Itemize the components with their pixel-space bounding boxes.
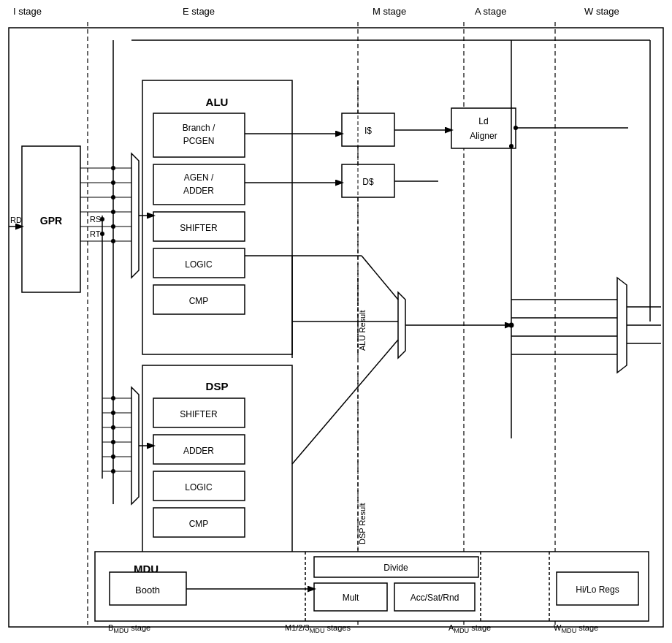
sub-stage-w: WMDU stage — [554, 623, 598, 634]
svg-text:DSP: DSP — [206, 380, 229, 392]
svg-text:I$: I$ — [364, 126, 372, 136]
svg-text:Divide: Divide — [383, 563, 408, 573]
svg-rect-16 — [153, 164, 245, 205]
svg-text:Booth: Booth — [135, 585, 160, 596]
stage-label-i: I stage — [13, 6, 42, 17]
svg-point-113 — [111, 396, 115, 400]
svg-text:ADDER: ADDER — [183, 186, 214, 196]
svg-text:Hi/Lo Regs: Hi/Lo Regs — [576, 585, 619, 595]
svg-text:ADDER: ADDER — [183, 446, 214, 456]
svg-text:PCGEN: PCGEN — [183, 136, 215, 146]
svg-text:Branch /: Branch / — [183, 123, 215, 133]
svg-marker-96 — [617, 278, 627, 373]
svg-text:LOGIC: LOGIC — [185, 259, 213, 270]
sub-stage-a: AMDU stage — [448, 623, 491, 634]
svg-point-115 — [111, 425, 115, 430]
svg-text:RT: RT — [90, 229, 101, 238]
svg-point-116 — [111, 440, 115, 444]
svg-text:AGEN /: AGEN / — [184, 172, 214, 183]
svg-text:GPR: GPR — [40, 215, 62, 227]
svg-text:Acc/Sat/Rnd: Acc/Sat/Rnd — [411, 593, 459, 603]
svg-text:ALU: ALU — [206, 96, 229, 108]
svg-text:SHIFTER: SHIFTER — [180, 223, 218, 233]
svg-rect-13 — [153, 113, 245, 157]
svg-text:SHIFTER: SHIFTER — [180, 409, 218, 419]
svg-line-90 — [362, 256, 398, 300]
svg-text:RD: RD — [10, 216, 22, 224]
svg-point-117 — [111, 454, 115, 459]
svg-marker-68 — [131, 153, 139, 278]
svg-text:Ld: Ld — [478, 116, 488, 126]
svg-point-66 — [100, 217, 104, 221]
svg-line-91 — [292, 340, 398, 464]
diagram: GPR RD RS RT ALU Branch / PCGEN AGEN / A… — [0, 0, 672, 643]
svg-marker-77 — [131, 387, 139, 504]
stage-label-e: E stage — [183, 6, 215, 17]
svg-text:CMP: CMP — [189, 296, 209, 306]
svg-text:DSP Result: DSP Result — [358, 503, 367, 544]
stage-label-m: M stage — [373, 6, 406, 17]
svg-point-83 — [513, 126, 518, 130]
stage-label-w: W stage — [584, 6, 619, 17]
svg-rect-29 — [451, 108, 516, 148]
stage-label-a: A stage — [475, 6, 506, 17]
svg-marker-87 — [398, 292, 405, 358]
svg-point-67 — [100, 232, 104, 236]
svg-rect-4 — [9, 28, 663, 627]
svg-text:LOGIC: LOGIC — [185, 482, 213, 492]
svg-text:D$: D$ — [362, 177, 374, 187]
svg-text:Aligner: Aligner — [470, 131, 497, 141]
sub-stage-b: BMDU stage — [108, 623, 150, 634]
svg-text:Mult: Mult — [343, 593, 359, 603]
svg-text:ALU Result: ALU Result — [358, 310, 367, 351]
svg-text:CMP: CMP — [189, 519, 209, 529]
svg-point-114 — [111, 411, 115, 415]
svg-point-118 — [111, 469, 115, 473]
svg-text:RS: RS — [90, 215, 101, 224]
sub-stage-m123: M1/2/3MDU stages — [285, 623, 351, 634]
